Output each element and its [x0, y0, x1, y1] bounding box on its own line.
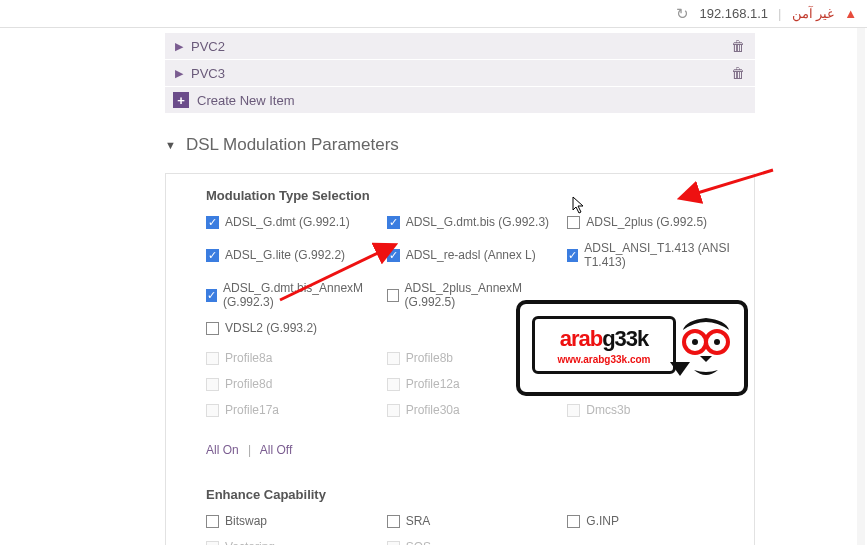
all-on-off-row: All On | All Off: [206, 443, 740, 457]
svg-line-0: [694, 170, 773, 194]
enhance-option[interactable]: SRA: [387, 514, 560, 528]
option-label: VDSL2 (G.993.2): [225, 321, 317, 335]
watermark-bubble: arabg33k www.arabg33k.com: [532, 316, 676, 374]
chevron-right-icon: ▶: [175, 67, 183, 80]
profile-option: Profile8d: [206, 377, 379, 391]
browser-address-bar: ↻ 192.168.1.1 | غير آمن ▲: [0, 0, 867, 28]
option-label: Vectoring: [225, 540, 275, 545]
option-label: SRA: [406, 514, 431, 528]
enhance-option[interactable]: G.INP: [567, 514, 740, 528]
create-new-item[interactable]: + Create New Item: [165, 86, 755, 113]
checkbox: [206, 541, 219, 546]
plus-icon: +: [173, 92, 189, 108]
checkbox[interactable]: [206, 322, 219, 335]
checkbox: [206, 404, 219, 417]
profile-option: Profile17a: [206, 403, 379, 417]
modulation-type-heading: Modulation Type Selection: [206, 188, 740, 203]
pvc-label: PVC3: [191, 66, 225, 81]
modulation-option[interactable]: ✓ADSL_G.dmt (G.992.1): [206, 215, 379, 229]
option-label: ADSL_G.dmt.bis (G.992.3): [406, 215, 549, 229]
watermark-logo: arabg33k www.arabg33k.com: [516, 300, 748, 396]
option-label: Profile8d: [225, 377, 272, 391]
checkbox[interactable]: ✓: [206, 249, 219, 262]
warning-icon: ▲: [844, 6, 857, 21]
separator: |: [248, 443, 251, 457]
watermark-brand-part2: g33k: [602, 326, 648, 351]
chevron-down-icon: ▼: [165, 139, 176, 151]
option-label: Profile17a: [225, 403, 279, 417]
address-ip: 192.168.1.1: [699, 6, 768, 21]
annotation-arrow-icon: [230, 245, 390, 308]
checkbox: [387, 378, 400, 391]
option-label: Bitswap: [225, 514, 267, 528]
reload-icon[interactable]: ↻: [676, 5, 689, 23]
checkbox[interactable]: ✓: [567, 249, 578, 262]
checkbox: [206, 352, 219, 365]
option-label: Profile30a: [406, 403, 460, 417]
svg-line-1: [280, 251, 382, 300]
not-secure-text: غير آمن: [792, 6, 835, 21]
modulation-option[interactable]: ✓ADSL_G.dmt.bis (G.992.3): [387, 215, 560, 229]
option-label: Dmcs3b: [586, 403, 630, 417]
section-header[interactable]: ▼ DSL Modulation Parameters: [165, 135, 755, 155]
checkbox[interactable]: ✓: [206, 289, 217, 302]
checkbox[interactable]: ✓: [387, 216, 400, 229]
option-label: G.INP: [586, 514, 619, 528]
pvc-row[interactable]: ▶ PVC2 🗑: [165, 32, 755, 59]
option-label: ADSL_2plus (G.992.5): [586, 215, 707, 229]
checkbox: [387, 352, 400, 365]
enhance-capability-heading: Enhance Capability: [206, 487, 740, 502]
modulation-option[interactable]: ✓ADSL_ANSI_T1.413 (ANSI T1.413): [567, 241, 740, 269]
watermark-url: www.arabg33k.com: [558, 354, 651, 365]
checkbox: [206, 378, 219, 391]
section-title: DSL Modulation Parameters: [186, 135, 399, 155]
enhance-option: Vectoring: [206, 540, 379, 545]
svg-point-6: [714, 339, 720, 345]
pvc-row[interactable]: ▶ PVC3 🗑: [165, 59, 755, 86]
separator: |: [778, 6, 781, 21]
checkbox: [567, 404, 580, 417]
checkbox: [387, 541, 400, 546]
enhance-option: SOS: [387, 540, 560, 545]
checkbox[interactable]: [567, 515, 580, 528]
option-label: ADSL_G.dmt (G.992.1): [225, 215, 350, 229]
scrollbar[interactable]: [857, 28, 865, 545]
svg-point-5: [692, 339, 698, 345]
create-label: Create New Item: [197, 93, 295, 108]
enhance-option[interactable]: Bitswap: [206, 514, 379, 528]
all-off-link[interactable]: All Off: [260, 443, 292, 457]
trash-icon[interactable]: 🗑: [731, 65, 745, 81]
checkbox[interactable]: [387, 515, 400, 528]
option-label: Profile8a: [225, 351, 272, 365]
chevron-right-icon: ▶: [175, 40, 183, 53]
modulation-option[interactable]: VDSL2 (G.993.2): [206, 321, 379, 335]
trash-icon[interactable]: 🗑: [731, 38, 745, 54]
checkbox[interactable]: [567, 216, 580, 229]
option-label: ADSL_re-adsl (Annex L): [406, 248, 536, 262]
option-label: Profile12a: [406, 377, 460, 391]
option-label: SOS: [406, 540, 431, 545]
checkbox[interactable]: [206, 515, 219, 528]
checkbox[interactable]: ✓: [206, 216, 219, 229]
profile-option: Profile30a: [387, 403, 560, 417]
watermark-brand-part1: arab: [560, 326, 602, 351]
option-label: Profile8b: [406, 351, 453, 365]
modulation-option[interactable]: ✓ADSL_re-adsl (Annex L): [387, 241, 560, 269]
option-label: ADSL_ANSI_T1.413 (ANSI T1.413): [584, 241, 740, 269]
checkbox: [387, 404, 400, 417]
profile-option: Dmcs3b: [567, 403, 740, 417]
modulation-option[interactable]: ADSL_2plus (G.992.5): [567, 215, 740, 229]
geek-face-icon: [678, 312, 734, 384]
all-on-link[interactable]: All On: [206, 443, 239, 457]
profile-option: Profile8a: [206, 351, 379, 365]
enhance-grid: BitswapSRAG.INPVectoringSOS: [206, 514, 740, 545]
pvc-label: PVC2: [191, 39, 225, 54]
mouse-cursor-icon: [572, 196, 586, 217]
annotation-arrow-icon: [688, 160, 778, 203]
